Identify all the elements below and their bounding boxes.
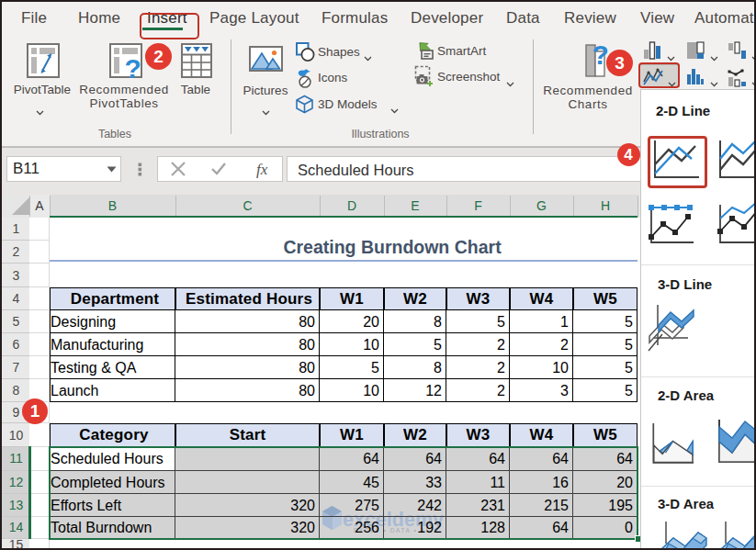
svg-text:?: ? bbox=[125, 53, 141, 81]
svg-text:fx: fx bbox=[256, 161, 268, 178]
